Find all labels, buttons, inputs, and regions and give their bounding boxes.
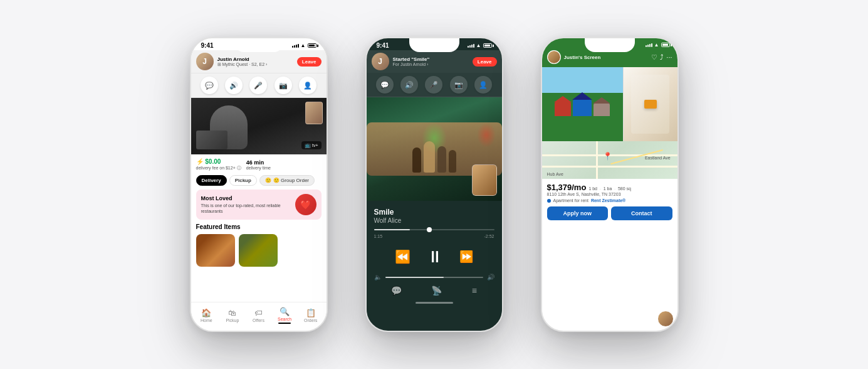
nav-orders[interactable]: 📋 Orders (298, 308, 324, 323)
group-order-tab[interactable]: 🙂 🙂 Group Order (259, 175, 315, 186)
map-label-hub: Hub Ave (547, 172, 563, 176)
wifi-icon-3: ▲ (654, 42, 659, 48)
apply-now-button[interactable]: Apply now (547, 206, 609, 220)
nav-search[interactable]: 🔍 Search (271, 307, 298, 324)
bottom-navigation-doordash: 🏠 Home 🛍 Pickup 🏷 Offers 🔍 Search 📋 Orde… (191, 302, 327, 331)
share-icon[interactable]: ⤴ (660, 53, 664, 62)
leave-button-1[interactable]: Leave (297, 57, 322, 67)
nav-pickup[interactable]: 🛍 Pickup (219, 308, 246, 323)
pickup-tab[interactable]: Pickup (229, 175, 257, 186)
camera-btn-2[interactable]: 📷 (450, 76, 468, 94)
progress-fill (374, 229, 410, 230)
status-bar-zillow: ▲ (542, 38, 677, 49)
progress-container[interactable] (367, 227, 502, 233)
contact-button[interactable]: Contact (611, 206, 672, 220)
status-bar-doordash: 9:41 ▲ (191, 38, 327, 50)
signal-icon-2 (468, 44, 474, 48)
nav-home[interactable]: 🏠 Home (194, 308, 220, 323)
signal-icon-3 (646, 43, 652, 47)
more-icon[interactable]: ··· (666, 53, 672, 62)
lyrics-chat-btn[interactable]: 💬 (391, 286, 402, 296)
delivery-tab[interactable]: Delivery (196, 175, 227, 186)
progress-times: 1:15 -2:52 (367, 233, 502, 240)
status-time-2: 9:41 (377, 42, 389, 49)
map-preview[interactable]: Eastland Ave Hub Ave 📍 (542, 141, 677, 179)
facetime-bar-music: J Started "Smile" For Justin Arnold › Le… (367, 50, 502, 73)
chat-button-1[interactable]: 💬 (201, 77, 218, 94)
delivery-fee: ⚡ $0.00 (196, 158, 241, 165)
avatar-music: J (372, 53, 389, 70)
map-pin: 📍 (603, 152, 612, 161)
airplay-btn[interactable]: 📡 (431, 286, 442, 296)
track-artist: Wolf Alice (374, 217, 494, 224)
queue-btn[interactable]: ≡ (472, 286, 477, 296)
map-label-eastland: Eastland Ave (645, 156, 671, 160)
zillow-header: Justin's Screen ♡ ⤴ ··· (542, 49, 677, 67)
appletv-logo: 📺 tv+ (301, 141, 322, 149)
most-loved-title: Most Loved (201, 195, 290, 201)
facetime-sub-1: ⊞ Mythic Quest · S2, E2 › (217, 62, 293, 67)
property-baths: 1 ba (604, 186, 612, 191)
property-interior-image[interactable] (623, 67, 677, 141)
avatar-justin-1: J (196, 53, 214, 70)
time-current: 1:15 (374, 234, 383, 238)
pause-button[interactable]: ⏸ (423, 245, 447, 269)
facetime-name-1: Justin Arnold (217, 56, 293, 62)
property-price: $1,379/mo (547, 183, 587, 192)
property-type-row: Apartment for rent Rent Zestimate® (547, 198, 672, 203)
status-icons-3: ▲ (646, 42, 670, 48)
signal-icon-1 (292, 44, 299, 48)
wifi-icon-1: ▲ (301, 43, 306, 48)
person-button-1[interactable]: 👤 (299, 77, 316, 94)
delivery-info-row: ⚡ $0.00 delivery fee on $12+ ⓘ 46 min de… (196, 158, 322, 171)
delivery-time-sub: delivery time (246, 166, 271, 170)
chat-btn-2[interactable]: 💬 (376, 76, 394, 94)
wifi-icon-2: ▲ (476, 43, 481, 48)
battery-icon-2 (483, 43, 492, 48)
food-item-2[interactable] (239, 234, 278, 267)
pickup-icon: 🛍 (228, 308, 236, 318)
battery-icon-3 (661, 43, 670, 47)
fast-forward-button[interactable]: ⏩ (459, 250, 473, 264)
track-title: Smile (374, 208, 394, 217)
progress-thumb (427, 227, 432, 232)
speaker-btn-2[interactable]: 🔊 (400, 76, 418, 94)
food-items-grid (196, 234, 322, 267)
rewind-button[interactable]: ⏪ (395, 249, 410, 264)
status-icons-2: ▲ (468, 43, 492, 48)
track-info: Smile ··· Wolf Alice (367, 201, 502, 227)
agent-avatar (657, 311, 674, 327)
heart-icon[interactable]: ♡ (651, 53, 657, 62)
facetime-started: Started "Smile" (393, 56, 469, 62)
property-exterior-image[interactable] (542, 67, 623, 141)
progress-track[interactable] (374, 229, 494, 230)
status-icons-1: ▲ (292, 43, 316, 48)
battery-icon-1 (308, 43, 316, 48)
facetime-controls-2: 💬 🔊 🎤 📷 👤 (367, 73, 502, 97)
leave-button-2[interactable]: Leave (473, 57, 497, 67)
speaker-button-1[interactable]: 🔊 (225, 77, 243, 94)
orders-icon: 📋 (306, 308, 316, 318)
nav-offers[interactable]: 🏷 Offers (246, 308, 272, 323)
volume-slider[interactable] (385, 277, 483, 278)
mic-button-1[interactable]: 🎤 (249, 77, 267, 94)
property-type: Apartment for rent (553, 198, 588, 203)
phone-doordash: 9:41 ▲ J Justin Arnold ⊞ Mythic Quest · … (190, 37, 328, 332)
most-loved-card: Most Loved This is one of our top-rated,… (196, 190, 322, 220)
offers-icon: 🏷 (254, 308, 263, 318)
delivery-time: 46 min (246, 159, 271, 166)
facetime-controls-1: 💬 🔊 🎤 📷 👤 (191, 73, 327, 98)
phone-apple-music: 9:41 ▲ J Started "Smile" For Justin Arno… (365, 37, 503, 332)
order-type-tabs: Delivery Pickup 🙂 🙂 Group Order (196, 175, 322, 186)
home-indicator-music (416, 302, 453, 304)
most-loved-badge: ❤️ (295, 194, 316, 215)
camera-button-1[interactable]: 📷 (275, 77, 292, 94)
facetime-pip-1 (305, 102, 323, 124)
property-sqft: 580 sq (618, 186, 631, 191)
person-btn-2[interactable]: 👤 (474, 76, 492, 94)
mic-btn-2[interactable]: 🎤 (425, 76, 442, 94)
screen-label: Justin's Screen (564, 55, 649, 60)
facetime-for: For Justin Arnold › (393, 62, 469, 67)
property-cta-buttons: Apply now Contact (547, 206, 672, 220)
food-item-1[interactable] (196, 234, 235, 267)
